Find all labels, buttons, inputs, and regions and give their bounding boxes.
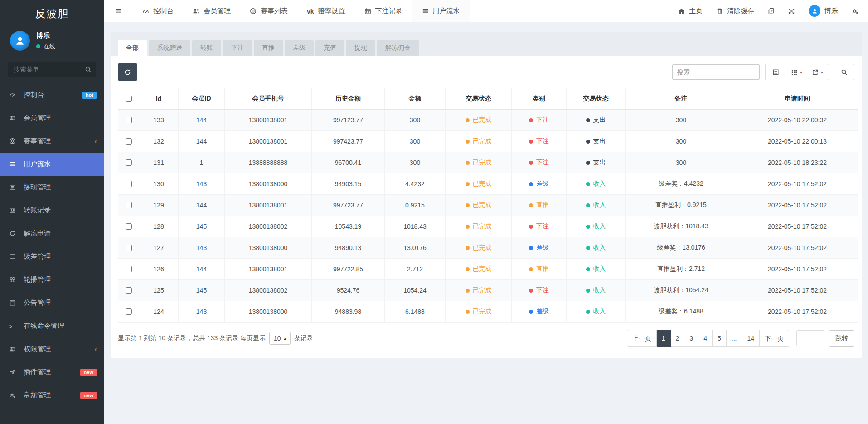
tab-recharge[interactable]: 充值: [315, 40, 344, 56]
row-checkbox[interactable]: [126, 266, 132, 272]
category-cell: 下注: [512, 110, 567, 131]
flow-status-cell: 支出: [567, 131, 626, 152]
page-button-4[interactable]: 4: [698, 330, 713, 347]
tab-level[interactable]: 差级: [285, 40, 314, 56]
nav-item-home[interactable]: 主页: [671, 0, 709, 22]
prev-page-button[interactable]: 上一页: [627, 330, 657, 347]
sidebar-item-label: 解冻申请: [24, 229, 51, 238]
tab-bet[interactable]: 下注: [223, 40, 252, 56]
toggle-view-button[interactable]: [765, 64, 786, 80]
nav-item-user[interactable]: 博乐: [802, 0, 845, 22]
nav-item-fullscreen[interactable]: [781, 0, 802, 22]
table-wrapper: Id会员ID会员手机号历史金额金额交易状态类别交易状态备注申请时间 133144…: [111, 88, 862, 323]
search-button[interactable]: [834, 64, 854, 80]
phone-cell: 13800138001: [225, 195, 312, 216]
trade-status-label: 已完成: [473, 265, 492, 273]
sidebar-item-carousel[interactable]: 轮播管理: [0, 268, 104, 291]
member-id-cell: 143: [179, 301, 225, 323]
nav-item-docs[interactable]: [761, 0, 781, 22]
table-search-input[interactable]: [672, 64, 760, 80]
flow-status-cell: 收入: [567, 237, 626, 259]
page-button-3[interactable]: 3: [684, 330, 698, 347]
id-cell: 127: [139, 237, 179, 259]
nav-item-match-list[interactable]: 赛事列表: [240, 0, 297, 22]
page-jump-button[interactable]: 跳转: [829, 330, 854, 347]
member-id-cell: 145: [179, 280, 225, 301]
online-dot: [36, 44, 40, 48]
history-amount-cell: 10543.19: [312, 216, 385, 237]
sidebar-item-label: 提现管理: [24, 183, 51, 192]
page-button-1[interactable]: 1: [657, 330, 671, 347]
menu-search-input[interactable]: [8, 62, 96, 77]
page-button-2[interactable]: 2: [671, 330, 685, 347]
row-checkbox[interactable]: [126, 138, 132, 145]
sidebar-item-general[interactable]: 常规管理new: [0, 384, 104, 407]
tab-withdraw[interactable]: 提现: [346, 40, 375, 56]
column-header: 申请时间: [737, 88, 858, 110]
columns-button[interactable]: ▾: [786, 64, 807, 80]
apply-time-cell: 2022-05-10 22:00:13: [737, 131, 858, 152]
sidebar-item-permission[interactable]: 权限管理‹: [0, 337, 104, 361]
users-icon: [193, 8, 199, 14]
select-all-checkbox[interactable]: [126, 96, 132, 102]
sidebar-toggle-button[interactable]: [104, 0, 133, 22]
row-checkbox[interactable]: [126, 117, 132, 123]
row-checkbox[interactable]: [126, 245, 132, 251]
category-label: 下注: [536, 137, 549, 145]
tab-unfreeze-commission[interactable]: 解冻佣金: [377, 40, 419, 56]
sidebar-item-level-diff[interactable]: 级差管理: [0, 245, 104, 268]
tab-direct[interactable]: 直推: [254, 40, 283, 56]
row-checkbox[interactable]: [126, 202, 132, 208]
row-checkbox[interactable]: [126, 181, 132, 187]
export-button[interactable]: ▾: [807, 64, 828, 80]
page-button-14[interactable]: 14: [742, 330, 760, 347]
nav-item-user-flow[interactable]: 用户流水: [412, 0, 470, 22]
avatar: [809, 5, 820, 17]
phone-cell: 13800138001: [225, 131, 312, 152]
tachometer-icon: [142, 8, 149, 14]
table-row: 1281451380013800210543.191018.43已完成下注收入波…: [118, 216, 858, 237]
sidebar-item-dashboard[interactable]: 控制台hot: [0, 83, 104, 106]
remark-cell: 300: [626, 110, 737, 131]
nav-item-dashboard[interactable]: 控制台: [133, 0, 183, 22]
refresh-button[interactable]: [118, 63, 137, 81]
sidebar-item-transfer-log[interactable]: 转账记录: [0, 199, 104, 222]
search-icon: [85, 66, 92, 73]
nav-item-clear-cache[interactable]: 清除缓存: [709, 0, 761, 22]
sidebar-item-withdraw[interactable]: 提现管理: [0, 176, 104, 199]
amount-cell: 300: [385, 131, 446, 152]
avatar[interactable]: [10, 31, 30, 51]
tab-all[interactable]: 全部: [118, 40, 147, 56]
page-size-select[interactable]: 10 ▴: [269, 332, 291, 345]
sidebar-item-online-command[interactable]: >_在线命令管理: [0, 314, 104, 337]
list-view-icon: [772, 69, 779, 76]
nav-item-bet-log[interactable]: 下注记录: [355, 0, 412, 22]
row-select-cell: [118, 173, 139, 195]
status-dot: [466, 289, 470, 293]
page-button-5[interactable]: 5: [713, 330, 727, 347]
row-checkbox[interactable]: [126, 308, 132, 315]
row-checkbox[interactable]: [126, 287, 132, 294]
sidebar-item-plugin[interactable]: 插件管理new: [0, 361, 104, 384]
status-dot: [529, 267, 533, 271]
nav-item-odds[interactable]: vk赔率设置: [297, 0, 355, 22]
row-checkbox[interactable]: [126, 159, 132, 166]
status-dot: [586, 182, 590, 186]
page-jump-input[interactable]: [796, 330, 824, 346]
apply-time-cell: 2022-05-10 17:52:02: [737, 280, 858, 301]
trade-status-label: 已完成: [473, 308, 492, 316]
tab-system-gift[interactable]: 系统赠送: [149, 40, 190, 56]
sidebar-item-matches[interactable]: 赛事管理‹: [0, 130, 104, 153]
filter-tabs: 全部系统赠送转账下注直推差级充值提现解冻佣金: [111, 32, 862, 56]
nav-item-members[interactable]: 会员管理: [183, 0, 240, 22]
tab-transfer[interactable]: 转账: [192, 40, 221, 56]
sidebar-item-user-flow[interactable]: 用户流水: [0, 153, 104, 176]
row-checkbox[interactable]: [126, 223, 132, 230]
sidebar-item-notice[interactable]: 公告管理: [0, 291, 104, 314]
sidebar-item-unfreeze[interactable]: 解冻申请: [0, 222, 104, 245]
sidebar-item-members[interactable]: 会员管理: [0, 106, 104, 130]
nav-item-label: 用户流水: [433, 7, 460, 15]
nav-item-settings[interactable]: [845, 0, 865, 22]
next-page-button[interactable]: 下一页: [760, 330, 789, 347]
phone-cell: 13800138002: [225, 216, 312, 237]
